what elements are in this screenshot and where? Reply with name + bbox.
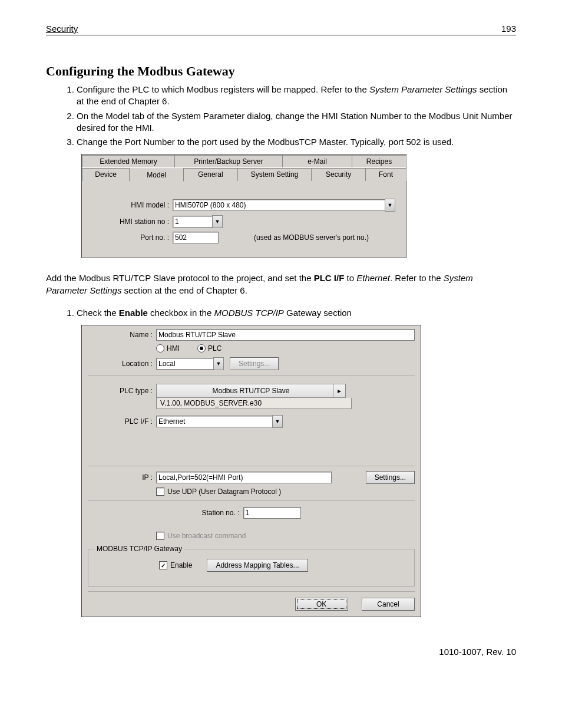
gateway-group: MODBUS TCP/IP Gateway Enable Address Map… (88, 545, 415, 587)
tab-recipes[interactable]: Recipes (352, 155, 406, 167)
plc-type-button[interactable]: Modbus RTU/TCP Slave ▸ (156, 384, 346, 398)
tab-security[interactable]: Security (311, 168, 366, 181)
enable-checkbox[interactable]: Enable (159, 561, 192, 569)
radio-plc[interactable]: PLC (197, 344, 222, 353)
location-field[interactable]: Local (156, 358, 214, 370)
step-2: On the Model tab of the System Parameter… (77, 110, 516, 134)
header-page-number: 193 (501, 24, 516, 34)
section-title: Configuring the Modbus Gateway (46, 64, 516, 79)
ok-button[interactable]: OK (295, 598, 348, 611)
step-1: Configure the PLC to which Modbus regist… (77, 84, 516, 108)
station-label: Station no. : (201, 509, 239, 517)
broadcast-checkbox[interactable]: Use broadcast command (156, 532, 246, 540)
ip-label: IP : (88, 473, 156, 482)
hmi-station-label: HMI station no : (92, 218, 173, 226)
plc-type-arrow-icon[interactable]: ▸ (333, 384, 345, 397)
steps-list-1: Configure the PLC to which Modbus regist… (59, 84, 516, 148)
hmi-station-dropdown-icon[interactable]: ▼ (212, 215, 223, 228)
page-header: Security 193 (46, 24, 516, 35)
hmi-model-dropdown-icon[interactable]: ▼ (385, 199, 395, 212)
location-settings-button[interactable]: Settings... (230, 357, 279, 370)
tab-email[interactable]: e-Mail (282, 155, 352, 167)
tab-model[interactable]: Model (129, 169, 184, 182)
hmi-station-field[interactable]: 1 (173, 216, 213, 228)
port-note: (used as MODBUS server's port no.) (254, 233, 369, 242)
step-b1: Check the Enable checkbox in the MODBUS … (77, 307, 516, 319)
tab-system-setting[interactable]: System Setting (237, 168, 312, 181)
tab-printer-backup[interactable]: Printer/Backup Server (174, 155, 283, 167)
mapping-tables-button[interactable]: Address Mapping Tables... (207, 559, 308, 572)
figure-model-tab: Extended Memory Printer/Backup Server e-… (81, 154, 406, 258)
plc-version-text: V.1.00, MODBUS_SERVER.e30 (156, 398, 352, 409)
location-label: Location : (88, 360, 156, 368)
plc-if-label: PLC I/F : (88, 417, 156, 426)
hmi-model-label: HMI model : (92, 201, 173, 209)
header-section: Security (46, 24, 78, 34)
step-3: Change the Port Number to the port used … (77, 136, 516, 148)
location-dropdown-icon[interactable]: ▼ (213, 357, 224, 370)
ip-field[interactable]: Local,Port=502(=HMI Port) (156, 472, 332, 483)
tab-device[interactable]: Device (82, 168, 130, 181)
tab-general[interactable]: General (183, 168, 238, 181)
radio-hmi[interactable]: HMI (156, 344, 180, 353)
plc-type-label: PLC type : (88, 387, 156, 395)
hmi-model-field[interactable]: HMI5070P (800 x 480) (173, 199, 385, 211)
figure-device-settings: Name : Modbus RTU/TCP Slave HMI PLC Loca… (81, 325, 421, 617)
gateway-legend: MODBUS TCP/IP Gateway (94, 545, 184, 553)
tab-font[interactable]: Font (365, 168, 406, 181)
port-field[interactable]: 502 (173, 232, 219, 243)
name-field[interactable]: Modbus RTU/TCP Slave (156, 329, 415, 341)
ip-settings-button[interactable]: Settings... (366, 471, 415, 484)
tab-extended-memory[interactable]: Extended Memory (82, 155, 175, 167)
port-label: Port no. : (92, 233, 173, 242)
footer-rev: 1010-1007, Rev. 10 (46, 647, 516, 657)
station-field[interactable]: 1 (243, 507, 301, 519)
udp-checkbox[interactable]: Use UDP (User Datagram Protocol ) (156, 487, 281, 496)
name-label: Name : (88, 331, 156, 339)
steps-list-2: Check the Enable checkbox in the MODBUS … (59, 307, 516, 319)
plc-if-dropdown-icon[interactable]: ▼ (272, 415, 283, 428)
plc-if-field[interactable]: Ethernet (156, 416, 273, 427)
paragraph-add-protocol: Add the Modbus RTU/TCP Slave protocol to… (46, 272, 516, 297)
cancel-button[interactable]: Cancel (362, 598, 415, 611)
